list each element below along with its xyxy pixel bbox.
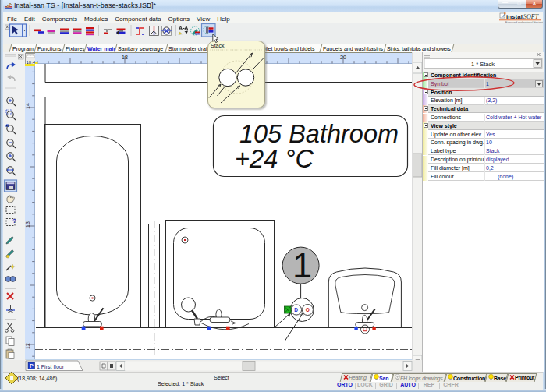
svg-text:12: 12 <box>25 343 30 349</box>
svg-text:O: O <box>306 307 310 313</box>
svg-text:1 First floor: 1 First floor <box>37 364 65 369</box>
svg-text:SOFT: SOFT <box>523 13 539 20</box>
svg-text:instal: instal <box>506 13 523 20</box>
svg-text:13: 13 <box>25 221 30 228</box>
svg-text:14: 14 <box>25 103 30 109</box>
svg-text:18: 18 <box>122 55 128 60</box>
svg-text:P: P <box>30 363 34 369</box>
svg-text:+24 °C: +24 °C <box>235 143 314 173</box>
svg-text:1 * Stack: 1 * Stack <box>471 61 495 68</box>
svg-text:?: ? <box>12 217 16 224</box>
svg-text:20: 20 <box>340 55 346 60</box>
svg-text:D: D <box>294 307 298 313</box>
svg-text:1: 1 <box>292 245 312 285</box>
